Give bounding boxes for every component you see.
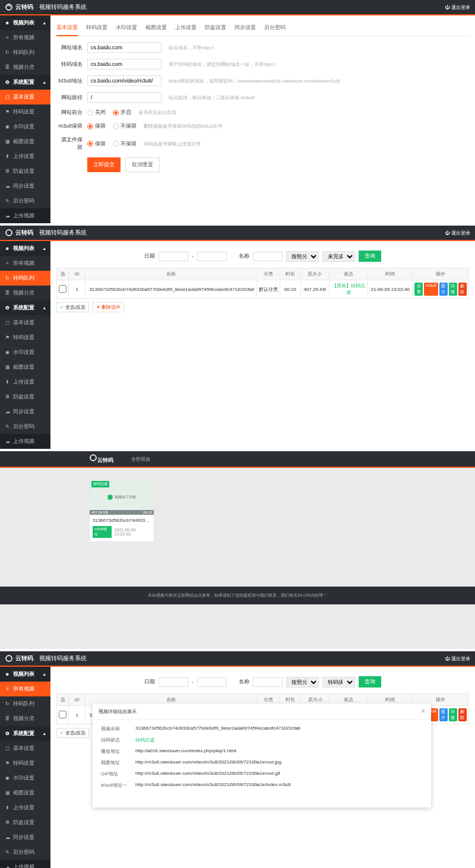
op-pic[interactable]: 图片 xyxy=(439,283,448,296)
sidebar-item-upload[interactable]: ⬆上传设置 xyxy=(0,375,50,389)
op-del[interactable]: 删除 xyxy=(458,283,467,296)
input-trans-domain[interactable] xyxy=(87,59,162,69)
input-date-from[interactable] xyxy=(159,252,188,261)
sidebar-item-sync[interactable]: ☁同步设置 xyxy=(0,830,50,845)
sidebar-item-queue[interactable]: ↻转码队列 xyxy=(0,271,50,286)
tab-wm[interactable]: 水印设置 xyxy=(116,21,137,36)
sidebar-item-cat[interactable]: ≣视频分类 xyxy=(0,60,50,75)
sidebar-item-upload-video[interactable]: ☁上传视频 xyxy=(0,208,50,223)
menu-all-videos[interactable]: 全部视频 xyxy=(131,456,150,462)
sidebar-item-pwd[interactable]: ✎后台密码 xyxy=(0,419,50,434)
hint: 用于转码的域名，绑定到网站域名一起，不带http:// xyxy=(169,61,276,68)
select-status[interactable]: 转码状态 xyxy=(322,677,355,688)
select-all-button[interactable]: ✓全选/反选 xyxy=(56,728,89,738)
sidebar-item-pwd[interactable]: ✎后台密码 xyxy=(0,194,50,208)
sidebar-item-wm[interactable]: ◉水印设置 xyxy=(0,771,50,785)
delete-selected-button[interactable]: ✕删除选中 xyxy=(93,302,124,312)
tab-anti[interactable]: 防盗设置 xyxy=(205,21,226,36)
input-site-domain[interactable] xyxy=(87,42,162,53)
op-del[interactable]: 删除 xyxy=(458,708,467,721)
tab-basic[interactable]: 基本设置 xyxy=(56,21,78,36)
sidebar-item-trans[interactable]: ⚑转码设置 xyxy=(0,104,50,119)
query-button[interactable]: 查询 xyxy=(359,676,381,688)
m3u8-badge[interactable]: m3u8地址 xyxy=(93,526,112,538)
hint: 站点域名，不带http:// xyxy=(169,45,214,51)
op-pic[interactable]: 图片 xyxy=(439,708,448,721)
submit-button[interactable]: 立即提交 xyxy=(87,157,121,172)
close-icon[interactable]: × xyxy=(421,707,425,715)
select-category[interactable]: 按照分类 xyxy=(286,677,319,688)
sidebar-item-sync[interactable]: ☁同步设置 xyxy=(0,179,50,194)
select-category[interactable]: 按照分类 xyxy=(286,251,319,262)
cell-id: 1 xyxy=(69,280,86,299)
tab-trans[interactable]: 转码设置 xyxy=(86,21,107,36)
sidebar-item-sync[interactable]: ☁同步设置 xyxy=(0,404,50,419)
select-status[interactable]: 未完成 xyxy=(322,251,355,262)
video-card[interactable]: 转码完成 视频加工升级 407.29 KB00:10 3136673d562bc… xyxy=(89,479,154,542)
input-date-to[interactable] xyxy=(197,677,227,687)
label-frontend: 网站前台 xyxy=(56,109,87,116)
select-all-button[interactable]: ✓全选/反选 xyxy=(56,302,89,312)
sidebar-item-all[interactable]: ≡所有视频 xyxy=(0,30,50,45)
op-detail[interactable]: 详情 xyxy=(449,708,457,721)
radio-m3u8-del[interactable]: 不保留 xyxy=(113,122,137,130)
sidebar-item-cat[interactable]: ≣视频分类 xyxy=(0,711,50,726)
sidebar-item-basic[interactable]: ▢基本设置 xyxy=(0,90,50,104)
radio-frontend-on[interactable]: 开启 xyxy=(113,109,131,116)
tab-shot[interactable]: 截图设置 xyxy=(145,21,167,36)
logo xyxy=(89,454,97,462)
sidebar-item-upload-video[interactable]: ☁上传视频 xyxy=(0,434,50,449)
radio-src-del[interactable]: 不保留 xyxy=(113,140,137,148)
input-date-to[interactable] xyxy=(197,252,227,261)
op-detail[interactable]: 详情 xyxy=(449,283,457,296)
input-path[interactable] xyxy=(87,92,162,103)
logout-button[interactable]: ⏻ 退出登录 xyxy=(445,4,470,11)
logout-button[interactable]: ⏻退出登录 xyxy=(445,230,470,236)
input-name[interactable] xyxy=(253,677,283,687)
radio-frontend-off[interactable]: 关闭 xyxy=(87,109,106,116)
input-date-from[interactable] xyxy=(159,677,188,687)
sidebar-group-videos[interactable]: ■视频列表▴ xyxy=(0,667,50,682)
tab-pwd[interactable]: 后台密码 xyxy=(264,21,286,36)
sidebar-item-all[interactable]: ≡所有视频 xyxy=(0,256,50,271)
input-m3u8[interactable] xyxy=(87,75,162,86)
query-button[interactable]: 查询 xyxy=(359,251,381,262)
sidebar-item-basic[interactable]: ▢基本设置 xyxy=(0,741,50,756)
input-name[interactable] xyxy=(253,252,283,261)
sidebar-item-cat[interactable]: ≣视频分类 xyxy=(0,286,50,300)
radio-src-keep[interactable]: 保留 xyxy=(87,140,106,148)
tab-sync[interactable]: 同步设置 xyxy=(235,21,256,36)
sidebar-group-videos[interactable]: ■视频列表▴ xyxy=(0,241,50,256)
sidebar-item-pwd[interactable]: ✎后台密码 xyxy=(0,845,50,860)
sidebar-item-queue[interactable]: ↻转码队列 xyxy=(0,45,50,60)
logout-button[interactable]: ⏻退出登录 xyxy=(445,655,470,662)
radio-m3u8-keep[interactable]: 保留 xyxy=(87,122,106,130)
sidebar-item-shot[interactable]: ▦截图设置 xyxy=(0,134,50,149)
sidebar-item-upload[interactable]: ⬆上传设置 xyxy=(0,149,50,164)
caret-up-icon: ▴ xyxy=(43,21,46,26)
sidebar-item-anti[interactable]: ⛨防盗设置 xyxy=(0,815,50,830)
op-m3u8[interactable]: m3u8 xyxy=(424,283,438,296)
sidebar-item-upload[interactable]: ⬆上传设置 xyxy=(0,800,50,815)
reset-button[interactable]: 取消重置 xyxy=(125,157,160,172)
sidebar-group-config[interactable]: ✿系统配置 ▴ xyxy=(0,75,50,90)
sidebar-group-videos[interactable]: ■视频列表 ▴ xyxy=(0,15,50,30)
sidebar-item-queue[interactable]: ↻转码队列 xyxy=(0,696,50,711)
tab-upload[interactable]: 上传设置 xyxy=(175,21,197,36)
row-checkbox[interactable] xyxy=(59,711,66,718)
sidebar-item-basic[interactable]: ▢基本设置 xyxy=(0,315,50,330)
sidebar-item-anti[interactable]: ⛨防盗设置 xyxy=(0,164,50,179)
sidebar-item-shot[interactable]: ▦截图设置 xyxy=(0,360,50,375)
row-checkbox[interactable] xyxy=(59,285,66,293)
sidebar-item-trans[interactable]: ⚑转码设置 xyxy=(0,330,50,345)
sidebar-item-wm[interactable]: ◉水印设置 xyxy=(0,345,50,360)
sidebar-group-config[interactable]: ✿系统配置▴ xyxy=(0,300,50,315)
sidebar-item-wm[interactable]: ◉水印设置 xyxy=(0,119,50,134)
sidebar-group-config[interactable]: ✿系统配置▴ xyxy=(0,726,50,741)
sidebar-item-shot[interactable]: ▦截图设置 xyxy=(0,785,50,800)
sidebar-item-anti[interactable]: ⛨防盗设置 xyxy=(0,389,50,404)
op-share[interactable]: 分享 xyxy=(414,283,423,296)
sidebar-item-upload-video[interactable]: ☁上传视频 xyxy=(0,860,50,868)
sidebar-item-trans[interactable]: ⚑转码设置 xyxy=(0,756,50,771)
sidebar-item-all[interactable]: ≡所有视频 xyxy=(0,682,50,696)
